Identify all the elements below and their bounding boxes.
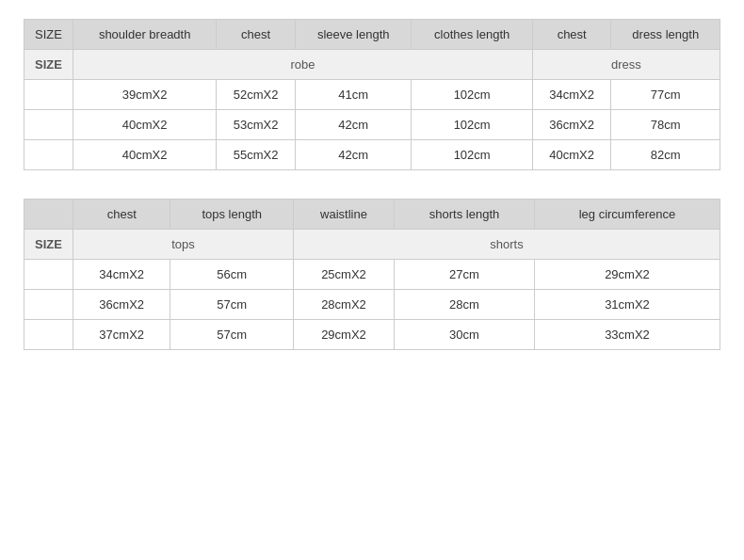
- t2-xl-chest: 37cmX2: [73, 320, 170, 350]
- robe-dress-table: SIZE shoulder breadth chest sleeve lengt…: [24, 19, 720, 170]
- table-row: XL 37cmX2 57cm 29cmX2 30cm 33cmX2: [24, 320, 720, 350]
- table-row: M 39cmX2 52cmX2 41cm 102cm 34cmX2 77cm: [24, 80, 720, 110]
- header-row-2: chest tops length waistline shorts lengt…: [24, 200, 720, 230]
- t2-l-waistline: 28cmX2: [293, 290, 394, 320]
- t1-xl-sleeve: 42cm: [295, 140, 411, 170]
- t2-xl-waistline: 29cmX2: [293, 320, 394, 350]
- t2-m-tops-length: 56cm: [170, 260, 294, 290]
- t2-m-leg: 29cmX2: [535, 260, 720, 290]
- size-l-2: L: [24, 290, 73, 320]
- dress-category: dress: [532, 50, 720, 80]
- size-category-cell: SIZE: [24, 50, 73, 80]
- clothes-length-header: clothes length: [412, 20, 532, 50]
- t1-xl-chest2: 40cmX2: [532, 140, 611, 170]
- t2-xl-tops-length: 57cm: [170, 320, 294, 350]
- table-row: L 36cmX2 57cm 28cmX2 28cm 31cmX2: [24, 290, 720, 320]
- t2-m-chest: 34cmX2: [73, 260, 170, 290]
- size-m-2: M: [24, 260, 73, 290]
- t1-l-sleeve: 42cm: [295, 110, 411, 140]
- shorts-category: shorts: [293, 230, 720, 260]
- t2-m-shorts-length: 27cm: [395, 260, 535, 290]
- t1-m-clothes: 102cm: [412, 80, 532, 110]
- t1-l-clothes: 102cm: [412, 110, 532, 140]
- table1-wrapper: SIZE shoulder breadth chest sleeve lengt…: [24, 19, 720, 170]
- waistline-header: waistline: [293, 200, 394, 230]
- t2-l-leg: 31cmX2: [535, 290, 720, 320]
- t1-l-chest1: 53cmX2: [217, 110, 296, 140]
- t1-xl-clothes: 102cm: [412, 140, 532, 170]
- chest-header-t2: chest: [73, 200, 170, 230]
- t1-m-chest2: 34cmX2: [532, 80, 611, 110]
- t2-l-chest: 36cmX2: [73, 290, 170, 320]
- tops-shorts-table: chest tops length waistline shorts lengt…: [24, 199, 720, 350]
- size-header: SIZE: [24, 20, 73, 50]
- robe-category: robe: [73, 50, 533, 80]
- t1-l-chest2: 36cmX2: [532, 110, 611, 140]
- t2-xl-shorts-length: 30cm: [395, 320, 535, 350]
- dress-length-header: dress length: [611, 20, 720, 50]
- t1-xl-shoulder: 40cmX2: [73, 140, 217, 170]
- size-category-cell-2: SIZE: [24, 230, 73, 260]
- category-row-2: SIZE tops shorts: [24, 230, 720, 260]
- t2-l-shorts-length: 28cm: [395, 290, 535, 320]
- category-row-1: SIZE robe dress: [24, 50, 720, 80]
- sleeve-length-header: sleeve length: [295, 20, 411, 50]
- size-xl-1: XL: [24, 140, 73, 170]
- t1-l-shoulder: 40cmX2: [73, 110, 217, 140]
- table-row: L 40cmX2 53cmX2 42cm 102cm 36cmX2 78cm: [24, 110, 720, 140]
- t2-l-tops-length: 57cm: [170, 290, 294, 320]
- shorts-length-header: shorts length: [395, 200, 535, 230]
- leg-circumference-header: leg circumference: [535, 200, 720, 230]
- t2-xl-leg: 33cmX2: [535, 320, 720, 350]
- t2-m-waistline: 25cmX2: [293, 260, 394, 290]
- t1-xl-chest1: 55cmX2: [217, 140, 296, 170]
- t1-l-dress: 78cm: [611, 110, 720, 140]
- shoulder-breadth-header: shoulder breadth: [73, 20, 217, 50]
- table-row: XL 40cmX2 55cmX2 42cm 102cm 40cmX2 82cm: [24, 140, 720, 170]
- size-header-2: [24, 200, 73, 230]
- t1-m-shoulder: 39cmX2: [73, 80, 217, 110]
- t1-m-dress: 77cm: [611, 80, 720, 110]
- size-l-1: L: [24, 110, 73, 140]
- table2-wrapper: chest tops length waistline shorts lengt…: [24, 199, 720, 350]
- chest-header-1: chest: [217, 20, 296, 50]
- chest-header-2: chest: [532, 20, 611, 50]
- table-row: M 34cmX2 56cm 25cmX2 27cm 29cmX2: [24, 260, 720, 290]
- t1-m-chest1: 52cmX2: [217, 80, 296, 110]
- size-m-1: M: [24, 80, 73, 110]
- t1-m-sleeve: 41cm: [295, 80, 411, 110]
- t1-xl-dress: 82cm: [611, 140, 720, 170]
- header-row-1: SIZE shoulder breadth chest sleeve lengt…: [24, 20, 720, 50]
- tops-category: tops: [73, 230, 294, 260]
- tops-length-header: tops length: [170, 200, 294, 230]
- size-xl-2: XL: [24, 320, 73, 350]
